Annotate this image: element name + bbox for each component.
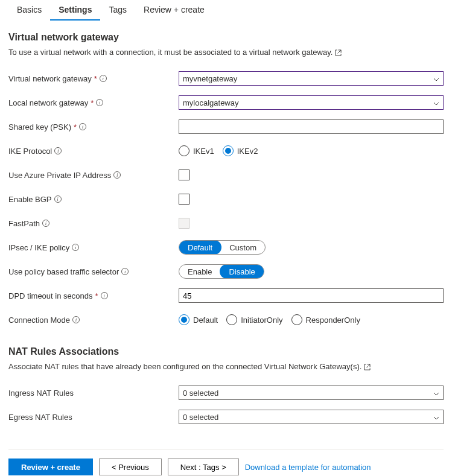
learn-more-link[interactable]	[335, 48, 342, 57]
external-link-icon	[364, 364, 371, 370]
section-desc-text: Associate NAT rules that have already be…	[8, 362, 361, 371]
ingress-nat-select[interactable]: 0 selected	[179, 386, 444, 400]
shared-key-input[interactable]	[179, 119, 444, 134]
info-icon[interactable]	[72, 244, 79, 251]
fastpath-checkbox	[179, 218, 189, 229]
ikev1-radio[interactable]: IKEv1	[179, 145, 214, 156]
connmode-responder-radio[interactable]: ResponderOnly	[291, 314, 360, 325]
pbts-disable-option[interactable]: Disable	[220, 264, 264, 279]
bgp-checkbox[interactable]	[179, 194, 189, 205]
ikev2-radio[interactable]: IKEv2	[223, 145, 258, 156]
section-desc-text: To use a virtual network with a connecti…	[8, 48, 333, 57]
radio-icon	[226, 314, 237, 325]
virtual-network-gateway-select[interactable]: myvnetgateway	[179, 71, 444, 86]
label-fastpath: FastPath	[8, 219, 179, 228]
info-icon[interactable]	[100, 75, 107, 82]
label-vng: Virtual network gateway*	[8, 74, 179, 83]
info-icon[interactable]	[54, 147, 62, 154]
label-ipsec: IPsec / IKE policy	[8, 243, 179, 252]
pbts-enable-option[interactable]: Enable	[179, 265, 220, 278]
section-title-vng: Virtual network gateway	[8, 32, 444, 43]
radio-icon	[223, 145, 234, 156]
info-icon[interactable]	[54, 195, 62, 203]
private-ip-checkbox[interactable]	[179, 170, 189, 180]
tab-settings[interactable]: Settings	[50, 0, 100, 21]
tab-basics[interactable]: Basics	[8, 0, 50, 21]
chevron-down-icon	[433, 414, 439, 420]
info-icon[interactable]	[42, 220, 49, 227]
label-private-ip: Use Azure Private IP Address	[8, 171, 179, 180]
label-egress: Egress NAT Rules	[8, 413, 179, 422]
section-desc-nat: Associate NAT rules that have already be…	[8, 362, 444, 371]
tab-bar: Basics Settings Tags Review + create	[8, 0, 444, 21]
chevron-down-icon	[433, 390, 439, 396]
tab-tags[interactable]: Tags	[100, 0, 135, 21]
label-lng: Local network gateway*	[8, 98, 179, 107]
info-icon[interactable]	[101, 292, 108, 299]
label-dpd: DPD timeout in seconds*	[8, 291, 179, 300]
dpd-timeout-input[interactable]	[179, 288, 444, 303]
local-network-gateway-select[interactable]: mylocalgateway	[179, 95, 444, 110]
radio-icon	[291, 314, 302, 325]
label-psk: Shared key (PSK)*	[8, 122, 179, 132]
section-desc-vng: To use a virtual network with a connecti…	[8, 48, 444, 57]
label-ingress: Ingress NAT Rules	[8, 389, 179, 398]
tab-review-create[interactable]: Review + create	[135, 0, 213, 21]
pbts-toggle[interactable]: Enable Disable	[179, 264, 264, 279]
info-icon[interactable]	[79, 123, 86, 130]
info-icon[interactable]	[113, 171, 121, 179]
connmode-default-radio[interactable]: Default	[179, 314, 218, 325]
label-connection-mode: Connection Mode	[8, 316, 179, 325]
ipsec-default-option[interactable]: Default	[179, 240, 221, 255]
ipsec-custom-option[interactable]: Custom	[221, 241, 265, 254]
info-icon[interactable]	[121, 268, 129, 275]
learn-more-link[interactable]	[364, 362, 371, 371]
previous-button[interactable]: < Previous	[99, 459, 162, 475]
info-icon[interactable]	[72, 316, 80, 323]
chevron-down-icon	[433, 100, 439, 106]
review-create-button[interactable]: Review + create	[8, 459, 93, 475]
section-title-nat: NAT Rules Associations	[8, 346, 444, 357]
connmode-initiator-radio[interactable]: InitiatorOnly	[226, 314, 282, 325]
label-ike: IKE Protocol	[8, 147, 179, 156]
next-button[interactable]: Next : Tags >	[168, 459, 239, 475]
external-link-icon	[335, 49, 342, 56]
download-template-link[interactable]: Download a template for automation	[245, 463, 371, 472]
radio-icon	[179, 314, 189, 325]
egress-nat-select[interactable]: 0 selected	[179, 410, 444, 424]
ipsec-policy-toggle[interactable]: Default Custom	[179, 240, 266, 255]
radio-icon	[179, 145, 189, 156]
wizard-footer: Review + create < Previous Next : Tags >…	[8, 449, 444, 475]
chevron-down-icon	[433, 75, 439, 81]
info-icon[interactable]	[96, 99, 103, 106]
label-pbts: Use policy based traffic selector	[8, 267, 179, 276]
label-bgp: Enable BGP	[8, 195, 179, 204]
